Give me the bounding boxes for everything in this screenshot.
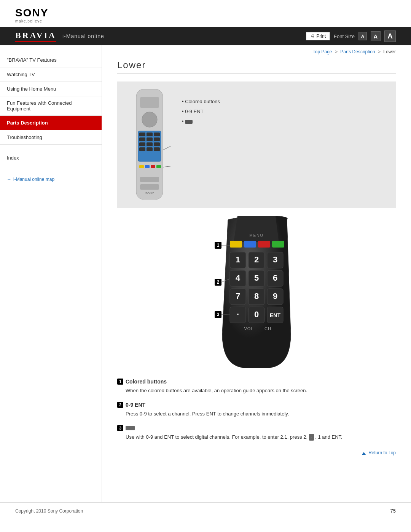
- svg-text:1: 1: [217, 243, 220, 248]
- svg-rect-6: [154, 133, 160, 136]
- print-button[interactable]: 🖨 Print: [306, 32, 330, 40]
- remote-diagram: SONY Colored buttons 0-9 ENT: [117, 81, 396, 208]
- svg-rect-19: [156, 165, 161, 168]
- sidebar-item-troubleshooting[interactable]: Troubleshooting: [0, 130, 102, 145]
- svg-rect-4: [139, 133, 145, 136]
- print-label: Print: [316, 34, 326, 39]
- svg-rect-1: [140, 97, 159, 108]
- svg-rect-18: [151, 165, 155, 168]
- section3-desc2: . 1 and ENT.: [315, 434, 342, 440]
- font-size-label: Font Size: [334, 34, 355, 39]
- sidebar-item-fun-features[interactable]: Fun Features with Connected Equipment: [0, 96, 102, 116]
- font-large-button[interactable]: A: [384, 30, 396, 42]
- remote-detail: MENU 1 2 3 4: [117, 216, 396, 369]
- dot-button-small-icon: [126, 426, 135, 430]
- diagram-labels: Colored buttons 0-9 ENT: [182, 89, 220, 126]
- svg-rect-28: [258, 241, 270, 248]
- sidebar-label-home-menu: Using the Home Menu: [7, 86, 56, 92]
- svg-text:SONY: SONY: [145, 192, 154, 195]
- nav-bar: BRAVIA i-Manual online 🖨 Print Font Size…: [0, 27, 411, 45]
- svg-point-2: [142, 112, 157, 127]
- sony-logo: SONY make.believe: [15, 7, 48, 23]
- page-number: 75: [390, 508, 396, 514]
- sidebar-item-watching-tv[interactable]: Watching TV: [0, 67, 102, 82]
- sidebar-item-index[interactable]: Index: [0, 151, 102, 165]
- svg-rect-26: [230, 241, 242, 248]
- svg-rect-20: [140, 177, 159, 182]
- svg-rect-9: [154, 137, 160, 141]
- svg-text:MENU: MENU: [249, 233, 263, 238]
- svg-rect-8: [147, 137, 153, 141]
- svg-text:9: 9: [273, 291, 277, 301]
- sony-tagline: make.believe: [15, 19, 48, 23]
- svg-text:0: 0: [254, 310, 259, 319]
- sidebar-item-home-menu[interactable]: Using the Home Menu: [0, 82, 102, 96]
- svg-rect-15: [154, 147, 160, 151]
- svg-text:3: 3: [273, 255, 277, 264]
- sidebar-item-parts-description[interactable]: Parts Description: [0, 116, 102, 130]
- svg-text:7: 7: [236, 291, 240, 301]
- svg-rect-29: [272, 241, 284, 248]
- section3-desc-text: Use with 0-9 and ENT to select digital c…: [126, 434, 307, 440]
- dot-button-icon: [185, 120, 193, 124]
- diagram-label-dot: [182, 117, 220, 126]
- font-medium-button[interactable]: A: [371, 31, 381, 41]
- remote-detail-svg: MENU 1 2 3 4: [192, 216, 321, 368]
- svg-rect-17: [145, 165, 150, 168]
- footer: Copyright 2010 Sony Corporation 75: [0, 502, 411, 519]
- copyright-text: Copyright 2010 Sony Corporation: [15, 508, 83, 514]
- svg-rect-21: [140, 184, 159, 190]
- main-layout: "BRAVIA" TV Features Watching TV Using t…: [0, 45, 411, 502]
- remote-overview-svg: SONY: [129, 89, 170, 200]
- imanual-map-link[interactable]: → i-Manual online map: [0, 171, 102, 187]
- svg-rect-12: [154, 142, 160, 146]
- section1-title: 1 Colored buttons: [117, 379, 396, 385]
- svg-rect-16: [139, 165, 144, 168]
- inline-dot-button: ·: [309, 434, 314, 441]
- svg-text:3: 3: [217, 312, 220, 317]
- bravia-logo: BRAVIA: [15, 30, 56, 42]
- sony-text: SONY: [15, 7, 48, 19]
- svg-line-24: [163, 165, 170, 167]
- section2-label: 0-9 ENT: [126, 402, 145, 408]
- font-small-button[interactable]: A: [358, 32, 367, 40]
- svg-text:2: 2: [217, 280, 220, 285]
- section2-badge: 2: [117, 402, 123, 408]
- page-title: Lower: [117, 60, 396, 74]
- sidebar-label-fun-features: Fun Features with Connected Equipment: [7, 100, 72, 112]
- svg-rect-27: [244, 241, 256, 248]
- section2-desc: Press 0-9 to select a channel. Press ENT…: [126, 410, 396, 418]
- svg-text:1: 1: [236, 255, 240, 264]
- svg-text:5: 5: [254, 273, 259, 283]
- svg-rect-14: [147, 147, 153, 151]
- svg-text:VOL: VOL: [244, 326, 253, 331]
- section1-colored-buttons: 1 Colored buttons When the colored butto…: [117, 379, 396, 395]
- sidebar-label-troubleshooting: Troubleshooting: [7, 134, 42, 140]
- diagram-label-colored: Colored buttons: [182, 97, 220, 107]
- sidebar: "BRAVIA" TV Features Watching TV Using t…: [0, 45, 102, 502]
- sidebar-item-bravia-features[interactable]: "BRAVIA" TV Features: [0, 53, 102, 67]
- sidebar-label-index: Index: [7, 155, 19, 161]
- section1-badge: 1: [117, 379, 123, 385]
- section2-09ent: 2 0-9 ENT Press 0-9 to select a channel.…: [117, 402, 396, 418]
- section3-badge: 3: [117, 425, 123, 431]
- svg-rect-11: [147, 142, 153, 146]
- section3-desc: Use with 0-9 and ENT to select digital c…: [126, 433, 396, 441]
- nav-right: 🖨 Print Font Size A A A: [306, 30, 396, 42]
- svg-rect-13: [139, 147, 145, 151]
- breadcrumb-current: Lower: [383, 49, 396, 54]
- return-top-label: Return to Top: [368, 450, 396, 455]
- breadcrumb-parts-description[interactable]: Parts Description: [340, 49, 375, 54]
- svg-text:CH: CH: [264, 326, 271, 331]
- svg-text:ENT: ENT: [270, 312, 280, 318]
- breadcrumb-sep1: >: [335, 49, 338, 54]
- imanual-text: i-Manual online: [62, 33, 104, 39]
- svg-line-23: [163, 142, 170, 150]
- svg-rect-5: [147, 133, 153, 136]
- top-header: SONY make.believe: [0, 0, 411, 27]
- return-to-top[interactable]: Return to Top: [117, 450, 396, 455]
- svg-text:4: 4: [236, 273, 241, 283]
- section1-desc: When the colored buttons are available, …: [126, 387, 396, 395]
- breadcrumb-top-page[interactable]: Top Page: [313, 49, 332, 54]
- imanual-map-label: i-Manual online map: [13, 177, 54, 182]
